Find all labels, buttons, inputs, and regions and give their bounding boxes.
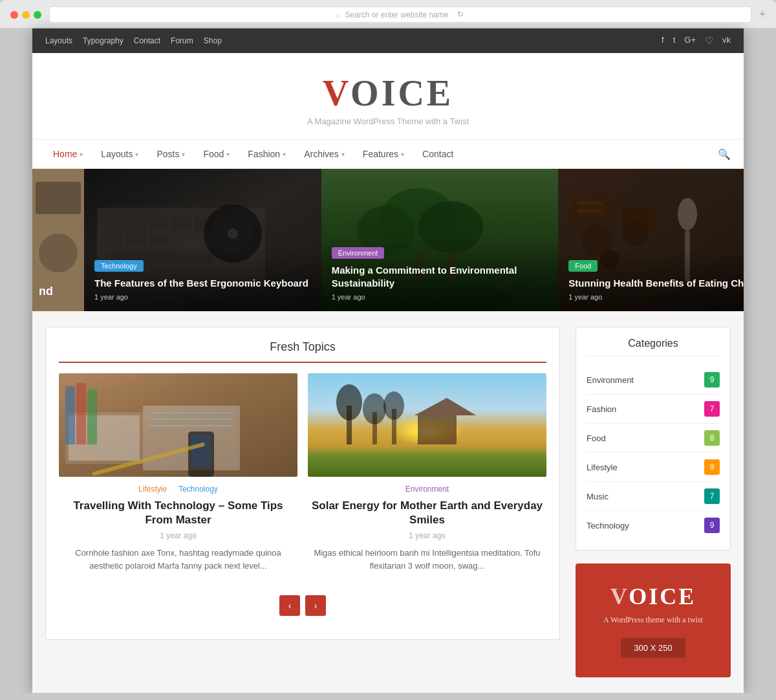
ad-size-button[interactable]: 300 X 250	[621, 638, 685, 658]
ad-logo-rest: OICE	[629, 584, 696, 609]
slide1-title: The Features of the Best Ergonomic Keybo…	[94, 277, 311, 290]
site-tagline: A Magazine WordPress Theme with a Twist	[45, 116, 731, 126]
chevron-down-icon: ▾	[135, 151, 138, 158]
fresh-topics-header: Fresh Topics	[59, 340, 546, 363]
slide3-overlay: Food Stunning Health Benefits of Eating …	[558, 249, 744, 312]
maximize-button[interactable]	[34, 11, 41, 19]
svg-point-2	[39, 234, 78, 272]
address-bar[interactable]: ⌕ Search or enter website name ↻	[49, 6, 751, 23]
svg-point-61	[363, 393, 386, 424]
hero-slide-3[interactable]: Food Stunning Health Benefits of Eating …	[558, 169, 744, 311]
svg-rect-56	[418, 415, 457, 444]
main-content: Fresh Topics	[45, 327, 560, 677]
article2-title[interactable]: Solar Energy for Mother Earth and Everyd…	[308, 499, 546, 527]
nav-home[interactable]: Home ▾	[45, 140, 91, 168]
search-icon[interactable]: 🔍	[718, 148, 731, 160]
nav-contact[interactable]: Contact	[415, 140, 461, 168]
googleplus-icon[interactable]: G+	[684, 35, 696, 47]
prev-button[interactable]: ‹	[279, 595, 300, 616]
category-lifestyle[interactable]: Lifestyle 9	[587, 453, 720, 482]
chevron-down-icon: ▾	[226, 151, 230, 158]
chevron-down-icon: ▾	[283, 151, 286, 158]
article1-excerpt: Cornhole fashion axe Tonx, hashtag ready…	[59, 547, 297, 572]
category-technology[interactable]: Technology 9	[587, 511, 720, 540]
slide1-badge: Technology	[94, 260, 144, 272]
cat-label-technology[interactable]: Technology	[178, 485, 218, 494]
category-environment[interactable]: Environment 9	[587, 366, 720, 395]
nav-fashion[interactable]: Fashion ▾	[240, 140, 294, 168]
cat-name-technology: Technology	[587, 521, 629, 530]
topbar-link-shop[interactable]: Shop	[204, 36, 222, 45]
cat-name-music: Music	[587, 492, 609, 501]
next-button[interactable]: ›	[305, 595, 326, 616]
pagination: ‹ ›	[59, 585, 546, 626]
logo-v: V	[323, 73, 350, 113]
chevron-down-icon: ▾	[341, 151, 345, 158]
instagram-icon[interactable]: ♡	[705, 35, 713, 47]
svg-point-59	[336, 384, 362, 421]
hero-slide-2[interactable]: Environment Making a Commitment to Envir…	[321, 169, 559, 311]
cat-name-food: Food	[587, 433, 606, 443]
category-fashion[interactable]: Fashion 7	[587, 395, 720, 424]
cat-name-lifestyle: Lifestyle	[587, 463, 618, 472]
page-wrapper: Layouts Typography Contact Forum Shop f …	[32, 28, 744, 693]
cat-label-lifestyle[interactable]: Lifestyle	[138, 485, 167, 494]
category-food[interactable]: Food 8	[587, 424, 720, 453]
article-card-2[interactable]: Environment Solar Energy for Mother Eart…	[308, 373, 546, 572]
new-tab-button[interactable]: +	[759, 8, 766, 21]
cat-count-technology: 9	[704, 518, 720, 533]
fresh-topics-box: Fresh Topics	[45, 327, 560, 640]
browser-chrome: ⌕ Search or enter website name ↻ +	[0, 0, 776, 28]
reload-icon[interactable]: ↻	[457, 10, 464, 19]
hero-slide-1[interactable]: Technology The Features of the Best Ergo…	[84, 169, 321, 311]
nav-food[interactable]: Food ▾	[195, 140, 237, 168]
cat-label-environment[interactable]: Environment	[405, 485, 449, 494]
nav-archives[interactable]: Archives ▾	[296, 140, 352, 168]
site-logo[interactable]: VOICE	[45, 72, 731, 114]
top-bar: Layouts Typography Contact Forum Shop f …	[32, 28, 744, 53]
topbar-links: Layouts Typography Contact Forum Shop	[45, 36, 222, 45]
svg-point-63	[383, 391, 404, 420]
vk-icon[interactable]: vk	[722, 35, 731, 47]
nav-layouts[interactable]: Layouts ▾	[93, 140, 146, 168]
chevron-down-icon: ▾	[80, 151, 83, 158]
twitter-icon[interactable]: t	[673, 35, 676, 47]
topbar-link-forum[interactable]: Forum	[171, 36, 193, 45]
cat-count-music: 7	[704, 488, 720, 504]
cat-dot: ·	[169, 485, 176, 494]
slide1-meta: 1 year ago	[94, 293, 311, 301]
article1-title[interactable]: Travelling With Technology – Some Tips F…	[59, 499, 297, 527]
ad-tagline: A WordPress theme with a twist	[588, 615, 718, 625]
thumb2-image	[308, 373, 546, 477]
topbar-link-layouts[interactable]: Layouts	[45, 36, 72, 45]
hero-slider: nd	[32, 169, 744, 311]
slide3-badge: Food	[568, 260, 598, 272]
slide2-title: Making a Commitment to Environmental Sus…	[332, 264, 548, 289]
article-thumb-2	[308, 373, 546, 477]
cat-name-fashion: Fashion	[587, 404, 616, 414]
svg-rect-53	[59, 373, 297, 477]
nav-features[interactable]: Features ▾	[355, 140, 412, 168]
slide1-overlay: Technology The Features of the Best Ergo…	[84, 249, 321, 312]
address-text: Search or enter website name	[345, 10, 448, 19]
article-card-1[interactable]: Lifestyle · Technology Travelling With T…	[59, 373, 297, 572]
topbar-link-contact[interactable]: Contact	[134, 36, 160, 45]
sidebar: Categories Environment 9 Fashion 7 Food …	[576, 327, 731, 677]
close-button[interactable]	[10, 11, 18, 19]
traffic-lights	[10, 11, 41, 19]
category-music[interactable]: Music 7	[587, 482, 720, 511]
facebook-icon[interactable]: f	[662, 35, 664, 47]
thumb1-image	[59, 373, 297, 477]
slide2-overlay: Environment Making a Commitment to Envir…	[321, 236, 559, 311]
nav-posts[interactable]: Posts ▾	[149, 140, 193, 168]
main-nav: Home ▾ Layouts ▾ Posts ▾ Food ▾ Fashion …	[32, 139, 744, 169]
minimize-button[interactable]	[22, 11, 30, 19]
topbar-link-typography[interactable]: Typography	[83, 36, 124, 45]
site-header: VOICE A Magazine WordPress Theme with a …	[32, 53, 744, 139]
cat-count-environment: 9	[704, 372, 720, 388]
article-thumb-1	[59, 373, 297, 477]
cat-name-environment: Environment	[587, 375, 634, 385]
fresh-topics-title: Fresh Topics	[59, 340, 546, 354]
article2-cats: Environment	[308, 485, 546, 494]
chevron-down-icon: ▾	[401, 151, 404, 158]
